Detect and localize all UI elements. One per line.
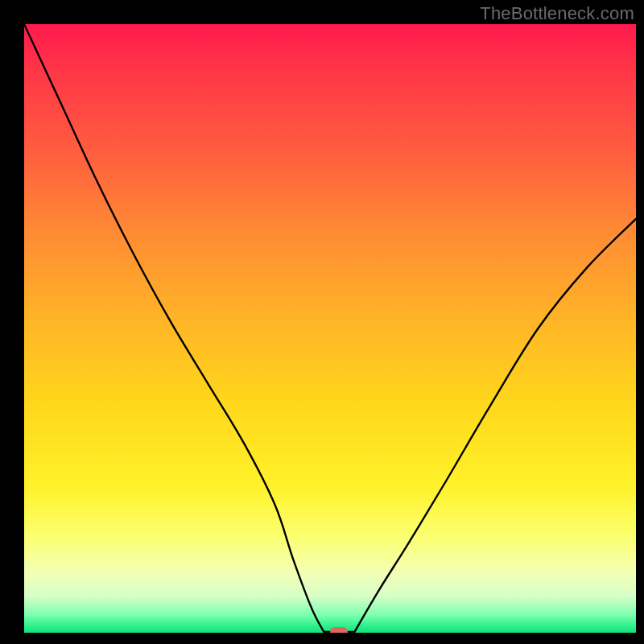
plot-area — [24, 24, 636, 633]
bottleneck-marker — [330, 627, 348, 633]
chart-frame: TheBottleneck.com — [0, 0, 644, 644]
bottleneck-curve — [24, 24, 636, 633]
watermark-text: TheBottleneck.com — [480, 3, 634, 24]
curve-path — [24, 24, 636, 632]
